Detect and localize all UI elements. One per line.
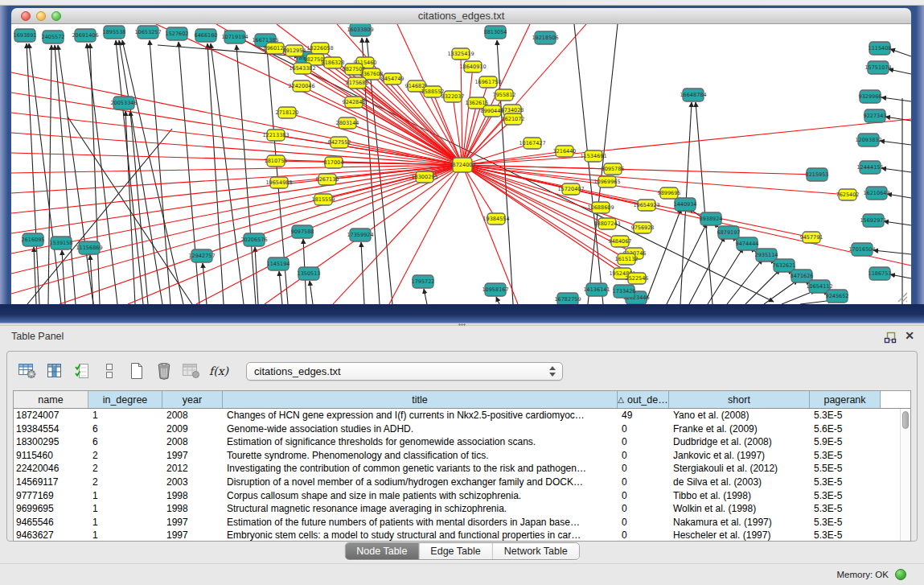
black-edge[interactable] bbox=[90, 43, 100, 304]
graph-node[interactable]: 2405572 bbox=[42, 31, 65, 43]
black-edge[interactable] bbox=[887, 194, 911, 198]
table-row[interactable]: 1938455462009Genome-wide association stu… bbox=[14, 422, 910, 436]
graph-node[interactable]: 15751074 bbox=[864, 61, 891, 74]
red-edge[interactable] bbox=[462, 165, 817, 175]
graph-node[interactable]: 16210643 bbox=[863, 187, 889, 200]
graph-node[interactable]: 10167427 bbox=[519, 138, 545, 149]
table-row[interactable]: 946554611997Estimation of the future num… bbox=[14, 516, 910, 529]
red-edge[interactable] bbox=[462, 165, 911, 266]
close-panel-icon[interactable]: ✕ bbox=[905, 329, 914, 342]
graph-node[interactable]: 9227343 bbox=[864, 109, 887, 122]
black-edge[interactable] bbox=[745, 270, 780, 304]
zoom-window-icon[interactable] bbox=[51, 11, 61, 21]
graph-node[interactable]: 12444155 bbox=[856, 161, 883, 174]
network-window-titlebar[interactable]: citations_edges.txt bbox=[11, 8, 911, 24]
graph-node[interactable]: 6466160 bbox=[195, 29, 218, 42]
graph-node[interactable]: 15692971 bbox=[860, 214, 886, 227]
black-edge[interactable] bbox=[890, 49, 911, 56]
graph-node[interactable]: 8215953 bbox=[806, 168, 829, 181]
create-column-icon[interactable] bbox=[127, 361, 146, 381]
tab-network-table[interactable]: Network Table bbox=[493, 543, 579, 559]
table-row[interactable]: 2242004622012Investigating the contribut… bbox=[14, 462, 910, 476]
black-edge[interactable] bbox=[708, 248, 743, 304]
graph-node[interactable]: 18724007 bbox=[449, 158, 475, 172]
red-edge[interactable] bbox=[11, 153, 462, 165]
graph-node[interactable]: 1115408 bbox=[869, 42, 892, 55]
black-edge[interactable] bbox=[881, 97, 911, 101]
delete-icon[interactable] bbox=[154, 361, 174, 381]
black-edge[interactable] bbox=[310, 281, 313, 304]
table-row[interactable]: 946362711997Embryonic stem cells: a mode… bbox=[14, 529, 910, 542]
column-header-name[interactable]: name bbox=[14, 391, 88, 408]
minimize-window-icon[interactable] bbox=[36, 11, 46, 21]
memory-status-icon[interactable] bbox=[895, 569, 906, 580]
column-header-out_de[interactable]: △out_de… bbox=[618, 391, 669, 408]
red-edge[interactable] bbox=[11, 93, 462, 165]
red-edge[interactable] bbox=[462, 151, 565, 165]
red-edge[interactable] bbox=[462, 82, 488, 165]
red-edge[interactable] bbox=[11, 133, 462, 165]
graph-node[interactable]: 1733426 bbox=[613, 285, 636, 298]
table-row[interactable]: 1872400712008Changes of HCN gene express… bbox=[14, 409, 910, 422]
table-scrollbar[interactable] bbox=[900, 409, 910, 541]
graph-node[interactable]: 22420046 bbox=[288, 80, 314, 92]
graph-node[interactable]: 1186753 bbox=[869, 267, 892, 280]
graph-node[interactable]: 14136141 bbox=[583, 283, 610, 296]
black-edge[interactable] bbox=[873, 250, 911, 254]
tab-edge-table[interactable]: Edge Table bbox=[419, 543, 492, 559]
graph-node[interactable]: 9756928 bbox=[631, 222, 655, 233]
black-edge[interactable] bbox=[880, 141, 911, 145]
graph-node[interactable]: 8454749 bbox=[381, 73, 405, 84]
graph-node[interactable]: 1539158 bbox=[50, 237, 73, 249]
table-mode-icon[interactable] bbox=[18, 361, 37, 381]
table-row[interactable]: 977716911998Corpus callosum shape and si… bbox=[14, 489, 910, 503]
network-table-select[interactable]: citations_edges.txt bbox=[246, 362, 563, 381]
graph-node[interactable]: 2803144 bbox=[336, 117, 359, 129]
black-edge[interactable] bbox=[574, 24, 603, 304]
graph-node[interactable]: 9242848 bbox=[343, 97, 366, 108]
graph-node[interactable]: 12093832 bbox=[855, 134, 881, 146]
table-scrollbar-thumb[interactable] bbox=[902, 411, 909, 429]
black-edge[interactable] bbox=[125, 111, 135, 304]
black-edge[interactable] bbox=[27, 43, 39, 304]
function-builder-icon[interactable]: f(x) bbox=[209, 361, 228, 381]
graph-node[interactable]: 817004 bbox=[324, 157, 344, 168]
graph-node[interactable]: 17016504 bbox=[848, 243, 875, 256]
graph-node[interactable]: 2616095 bbox=[22, 233, 45, 246]
graph-node[interactable]: 9474444 bbox=[736, 237, 759, 250]
black-edge[interactable] bbox=[696, 102, 713, 304]
black-edge[interactable] bbox=[890, 274, 911, 278]
black-edge[interactable] bbox=[116, 40, 143, 304]
graph-node[interactable]: 11156869 bbox=[76, 241, 102, 254]
close-window-icon[interactable] bbox=[21, 11, 31, 21]
black-edge[interactable] bbox=[179, 42, 199, 304]
graph-node[interactable]: 13325419 bbox=[447, 48, 474, 60]
graph-node[interactable]: 2718120 bbox=[276, 107, 299, 118]
graph-node[interactable]: 1693891 bbox=[14, 29, 37, 42]
black-edge[interactable] bbox=[90, 255, 93, 304]
graph-node[interactable]: 1895538 bbox=[103, 26, 126, 39]
black-edge[interactable] bbox=[279, 271, 282, 304]
black-edge[interactable] bbox=[68, 117, 192, 304]
graph-node[interactable]: 7625402 bbox=[836, 189, 860, 200]
black-edge[interactable] bbox=[889, 69, 911, 74]
graph-node[interactable]: 1795722 bbox=[412, 275, 435, 288]
graph-node[interactable]: 19384554 bbox=[483, 213, 509, 225]
black-edge[interactable] bbox=[689, 237, 725, 304]
column-header-title[interactable]: title bbox=[223, 391, 618, 408]
graph-node[interactable]: 9245652 bbox=[826, 290, 849, 303]
graph-node[interactable]: 16782759 bbox=[554, 293, 581, 304]
graph-node[interactable]: 17359924 bbox=[347, 229, 373, 241]
graph-node[interactable]: 10958167 bbox=[482, 283, 508, 296]
graph-node[interactable]: 18640910 bbox=[459, 61, 486, 72]
graph-node[interactable]: 9484067 bbox=[609, 236, 632, 247]
graph-node[interactable]: 2522546 bbox=[626, 273, 649, 284]
black-edge[interactable] bbox=[236, 45, 256, 304]
graph-node[interactable]: 9097588 bbox=[291, 225, 314, 238]
graph-node[interactable]: 20691406 bbox=[72, 29, 98, 42]
column-header-pagerank[interactable]: pagerank bbox=[810, 391, 881, 408]
graph-node[interactable]: 9329966 bbox=[859, 90, 882, 103]
graph-node[interactable]: 6879197 bbox=[717, 226, 741, 239]
graph-node[interactable]: 19654923 bbox=[633, 200, 659, 211]
resize-grip-icon[interactable] bbox=[896, 291, 909, 303]
